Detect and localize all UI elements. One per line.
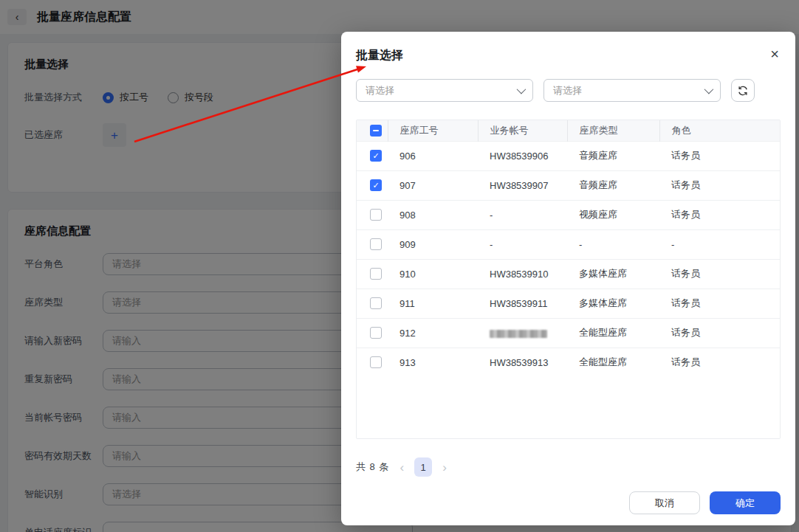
- row-checkbox-910[interactable]: [370, 268, 382, 280]
- row-checkbox-907[interactable]: ✓: [370, 179, 382, 191]
- cell-agent-type: -: [567, 229, 659, 259]
- chevron-down-icon: [704, 85, 714, 94]
- filter-select-2-placeholder: 请选择: [553, 84, 704, 97]
- table-row-910: 910HW38539910多媒体座席话务员: [357, 259, 780, 289]
- cell-account: -: [478, 229, 567, 259]
- cell-role: 话务员: [659, 200, 780, 229]
- cell-role: 话务员: [659, 141, 780, 170]
- check-icon: ✓: [372, 152, 379, 160]
- table-row-913: 913HW38539913全能型座席话务员: [357, 348, 780, 377]
- row-checkbox-908[interactable]: [370, 209, 382, 221]
- filter-select-2[interactable]: 请选择: [543, 79, 721, 102]
- close-icon: ×: [770, 46, 779, 62]
- table-empty-space: [357, 377, 780, 438]
- cell-agent-type: 多媒体座席: [567, 289, 659, 318]
- filter-select-1-placeholder: 请选择: [366, 84, 517, 97]
- pagination-page-1[interactable]: 1: [414, 457, 432, 477]
- cell-role: 话务员: [659, 348, 780, 377]
- row-checkbox-913[interactable]: [370, 356, 382, 368]
- modal-title: 批量选择: [356, 48, 781, 63]
- cell-role: 话务员: [659, 170, 780, 200]
- table-header-row: 座席工号 业务帐号 座席类型 角色: [357, 120, 780, 141]
- modal-close-button[interactable]: ×: [770, 46, 779, 61]
- table-row-912: 912全能型座席话务员: [357, 318, 780, 348]
- cell-agent-type: 多媒体座席: [567, 259, 659, 289]
- cell-role: 话务员: [659, 259, 780, 289]
- batch-agent-config-screen: ‹ 批量座席信息配置 批量选择 批量选择方式 按工号按号段 已选座席 + 座席信…: [0, 0, 799, 532]
- table-row-911: 911HW38539911多媒体座席话务员: [357, 289, 780, 318]
- cell-account: HW38539906: [478, 141, 567, 170]
- cell-agent-id: 908: [388, 200, 478, 229]
- modal-header: 批量选择 ×: [341, 32, 795, 63]
- cell-role: -: [659, 229, 780, 259]
- cell-agent-type: 全能型座席: [567, 348, 659, 377]
- agent-table: 座席工号 业务帐号 座席类型 角色 ✓906HW38539906音频座席话务员✓…: [356, 120, 781, 439]
- batch-select-modal: 批量选择 × 请选择 请选择: [341, 32, 795, 525]
- table-row-906: ✓906HW38539906音频座席话务员: [357, 141, 780, 170]
- row-checkbox-912[interactable]: [370, 327, 382, 339]
- chevron-down-icon: [517, 85, 527, 94]
- select-all-checkbox[interactable]: [370, 125, 382, 137]
- modal-filters: 请选择 请选择: [356, 79, 781, 102]
- column-header-role: 角色: [659, 120, 780, 141]
- refresh-button[interactable]: [731, 79, 755, 102]
- column-header-account: 业务帐号: [478, 120, 567, 141]
- pagination: 共 8 条 ‹ 1 ›: [356, 457, 781, 477]
- refresh-icon: [737, 85, 749, 97]
- column-header-agent-id: 座席工号: [388, 120, 478, 141]
- row-checkbox-909[interactable]: [370, 238, 382, 250]
- cell-account: HW38539907: [478, 170, 567, 200]
- cell-agent-id: 907: [388, 170, 478, 200]
- filter-select-1[interactable]: 请选择: [356, 79, 533, 102]
- modal-footer: 取消 确定: [629, 491, 781, 514]
- cell-account: HW38539911: [478, 289, 567, 318]
- cell-agent-id: 909: [388, 229, 478, 259]
- cell-agent-id: 906: [388, 141, 478, 170]
- row-checkbox-906[interactable]: ✓: [370, 150, 382, 162]
- chevron-left-icon: ‹: [400, 460, 404, 474]
- redacted-account-mosaic: [490, 330, 547, 338]
- cell-account: HW38539910: [478, 259, 567, 289]
- cell-agent-type: 视频座席: [567, 200, 659, 229]
- pagination-next-button[interactable]: ›: [442, 461, 447, 474]
- cell-account: -: [478, 200, 567, 229]
- table-row-909: 909---: [357, 229, 780, 259]
- cell-agent-type: 音频座席: [567, 170, 659, 200]
- cell-account: [478, 318, 567, 348]
- cell-agent-type: 全能型座席: [567, 318, 659, 348]
- cell-role: 话务员: [659, 318, 780, 348]
- cell-agent-id: 912: [388, 318, 478, 348]
- pagination-prev-button[interactable]: ‹: [400, 461, 404, 474]
- cell-account: HW38539913: [478, 348, 567, 377]
- pagination-total: 共 8 条: [356, 460, 389, 474]
- check-icon: ✓: [372, 182, 379, 190]
- table-row-907: ✓907HW38539907音频座席话务员: [357, 170, 780, 200]
- cell-agent-id: 913: [388, 348, 478, 377]
- cell-role: 话务员: [659, 289, 780, 318]
- confirm-button[interactable]: 确定: [710, 491, 781, 514]
- table-row-908: 908-视频座席话务员: [357, 200, 780, 229]
- cancel-button[interactable]: 取消: [629, 491, 700, 514]
- cell-agent-id: 910: [388, 259, 478, 289]
- column-header-agent-type: 座席类型: [567, 120, 659, 141]
- cell-agent-type: 音频座席: [567, 141, 659, 170]
- chevron-right-icon: ›: [442, 460, 447, 474]
- row-checkbox-911[interactable]: [370, 297, 382, 309]
- cell-agent-id: 911: [388, 289, 478, 318]
